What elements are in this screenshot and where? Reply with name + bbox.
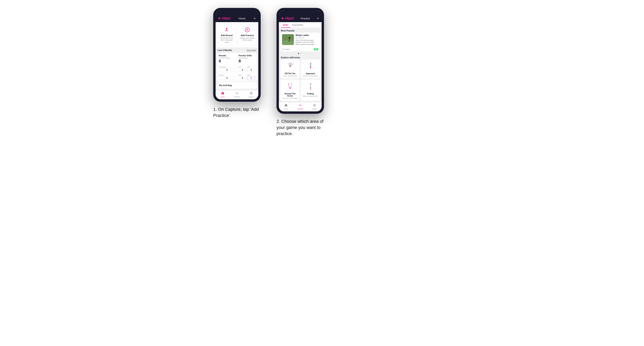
- drill-thumbnail: [282, 34, 294, 45]
- drill-title: Wedge Ladder: [296, 34, 309, 36]
- sub-stats-row: Tournament 0 OTT 0 APP 4: [217, 65, 257, 73]
- svg-marker-6: [221, 92, 224, 95]
- svg-marker-41: [284, 104, 288, 107]
- capture-icon-2: [313, 104, 316, 108]
- clock-icon: ⏱: [282, 48, 284, 50]
- putting-graphic: [306, 82, 316, 91]
- skill-grid: Off The Tee Power and accuracy: [279, 59, 322, 102]
- approach-graphic: [306, 61, 316, 71]
- add-round-icon: [223, 26, 230, 33]
- activities-icon-1: [235, 92, 239, 96]
- stats-grid: Rounds Rounds Capture 0 Practice Drills …: [217, 53, 257, 81]
- drill-footer: ⏱ 9 shots APP: [280, 47, 320, 51]
- rounds-capture-label: Rounds Capture: [219, 57, 235, 59]
- off-the-tee-title: Off The Tee: [284, 72, 295, 75]
- phone1: clippd Home ≡: [213, 8, 261, 102]
- hamburger-icon-2[interactable]: ≡: [317, 17, 319, 20]
- svg-point-40: [309, 90, 312, 90]
- practice-label: Practice: [219, 74, 235, 76]
- nav-activities-1[interactable]: Activities: [230, 92, 244, 98]
- bottom-nav-1: Home Activities: [216, 90, 258, 99]
- stats-period: Last 3 Months: [218, 49, 232, 51]
- dot-2: [300, 53, 301, 54]
- logo-text-2: clippd: [285, 16, 294, 20]
- rounds-col: Rounds Rounds Capture 0: [217, 53, 237, 65]
- home-icon-1: [221, 92, 224, 96]
- tab-drills[interactable]: Drills: [281, 22, 290, 28]
- rounds-label: Rounds: [219, 54, 235, 57]
- nav-capture-label-1: Capture: [248, 96, 254, 98]
- arg-value: 0: [239, 76, 247, 80]
- skill-approach[interactable]: Approach Dial-in to hit the green: [301, 59, 320, 78]
- drills-value: 8: [239, 59, 255, 63]
- logo-icon-2: [282, 17, 284, 19]
- tournament-stat: Tournament 0: [217, 65, 237, 73]
- putt-value: 4: [247, 76, 255, 80]
- nav-home-2[interactable]: Home: [279, 104, 293, 110]
- svg-point-23: [288, 63, 288, 64]
- skill-off-the-tee[interactable]: Off The Tee Power and accuracy: [280, 59, 300, 78]
- phone2-section: clippd Practice ≡ Drills Favourites Most…: [276, 8, 324, 137]
- drills-sub-stats: OTT 0 APP 4: [237, 65, 257, 73]
- off-the-tee-desc: Power and accuracy: [283, 75, 297, 77]
- practice-content: Most Popular: [279, 28, 322, 102]
- svg-point-24: [289, 63, 290, 64]
- bottom-nav-2: Home Activities: [279, 102, 322, 111]
- nav-capture-1[interactable]: Capture: [244, 92, 258, 98]
- svg-point-7: [236, 93, 237, 94]
- svg-point-9: [251, 93, 252, 94]
- logo-2: clippd: [282, 16, 294, 20]
- home-icon-2: [284, 104, 288, 108]
- drill-desc: Play 1 shot at each target yardage. If y…: [296, 39, 318, 45]
- explore-label: Explore skill areas: [279, 55, 322, 59]
- tournament-value: 0: [219, 68, 235, 72]
- action-cards: Add Round Record your shots fast or enha…: [216, 22, 258, 47]
- ott-value: 0: [239, 68, 247, 72]
- add-round-card[interactable]: Add Round Record your shots fast or enha…: [217, 24, 236, 45]
- pagination-dots: [279, 53, 322, 54]
- nav-capture-2[interactable]: Capture: [307, 104, 322, 110]
- tab-favourites[interactable]: Favourites: [290, 22, 306, 28]
- app-badge: APP: [314, 48, 318, 50]
- add-round-title: Add Round: [221, 34, 232, 36]
- view-activity-link[interactable]: View Activity: [246, 49, 256, 51]
- logo-icon-1: [218, 17, 220, 19]
- add-practice-icon: ♥: [244, 26, 251, 33]
- svg-point-17: [289, 37, 290, 38]
- nav-home-label-2: Home: [284, 108, 288, 110]
- status-bar-1: [216, 10, 258, 15]
- drill-title-row: Wedge Ladder ☆: [296, 34, 318, 37]
- golf-bag-row[interactable]: My Golf Bag ›: [217, 82, 257, 89]
- phone1-section: clippd Home ≡: [213, 8, 261, 119]
- screen-content-1: Add Round Record your shots fast or enha…: [216, 22, 258, 90]
- svg-marker-1: [226, 28, 228, 30]
- arg-label: ARG: [239, 74, 247, 76]
- add-practice-title: Add Practice: [240, 34, 254, 36]
- stats-row-header: Rounds Rounds Capture 0 Practice Drills …: [217, 53, 257, 65]
- practice-value: 0: [219, 76, 235, 80]
- nav-activities-2[interactable]: Activities: [293, 104, 307, 110]
- svg-point-42: [300, 105, 301, 106]
- header-title-2: Practice: [301, 17, 310, 20]
- phone2-screen: clippd Practice ≡ Drills Favourites Most…: [279, 10, 322, 111]
- app-label: APP: [247, 66, 255, 68]
- nav-home-label-1: Home: [220, 96, 225, 98]
- sub-stats-bottom: Practice 0 ARG 0 PUTT 4: [217, 73, 257, 81]
- drills-capture-label: Drills Capture: [239, 57, 255, 59]
- golf-bag-label: My Golf Bag: [219, 84, 232, 86]
- phone2-caption: 2. Choose which area of your game you wa…: [276, 119, 324, 137]
- drills-col: Practice Drills Drills Capture 8: [237, 53, 257, 65]
- drill-card-inner: Wedge Ladder ☆ 50–100 yds Play 1 shot at…: [280, 33, 320, 47]
- practice-drills-label: Practice Drills: [239, 54, 255, 57]
- app-header-2: clippd Practice ≡: [279, 15, 322, 22]
- nav-home-1[interactable]: Home: [216, 92, 230, 98]
- drill-card[interactable]: Wedge Ladder ☆ 50–100 yds Play 1 shot at…: [280, 33, 320, 51]
- phone1-caption: 1. On Capture, tap 'Add Practice'.: [213, 106, 261, 119]
- star-icon[interactable]: ☆: [316, 34, 318, 37]
- shots-count: ⏱ 9 shots: [282, 48, 290, 50]
- skill-putting[interactable]: Putting Make and lag practice: [301, 80, 320, 101]
- putt-stat: PUTT 4: [247, 74, 255, 80]
- hamburger-icon-1[interactable]: ≡: [254, 17, 256, 20]
- skill-around-green[interactable]: Around The Green Hone your short game: [280, 80, 300, 101]
- add-practice-card[interactable]: ♥ Add Practice Capture your practice off…: [238, 24, 257, 45]
